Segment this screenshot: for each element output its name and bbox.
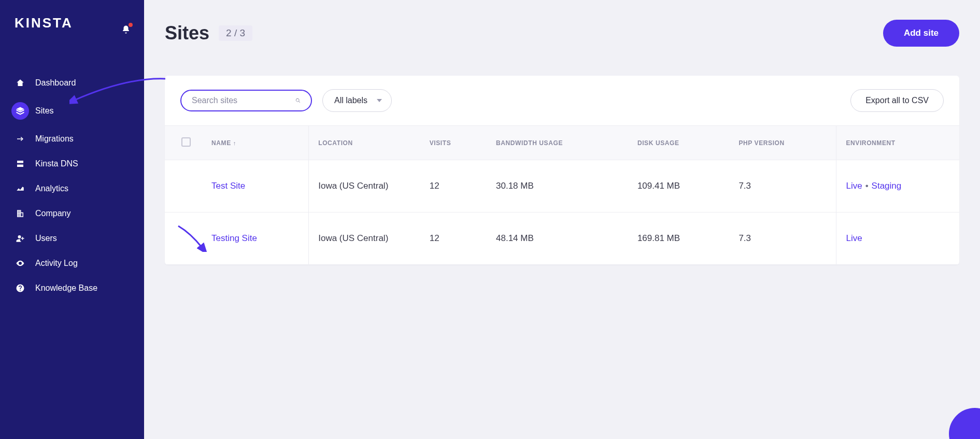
env-link-live[interactable]: Live — [846, 233, 862, 243]
sidebar-item-sites[interactable]: Sites — [7, 95, 137, 126]
table-row: Test Site Iowa (US Central) 12 30.18 MB … — [165, 160, 959, 213]
sidebar-item-label: Knowledge Base — [35, 284, 97, 293]
sidebar-item-activity-log[interactable]: Activity Log — [7, 251, 137, 276]
cell-environment: Live•Staging — [836, 160, 959, 213]
env-link-live[interactable]: Live — [846, 181, 862, 191]
layers-icon — [11, 102, 29, 120]
col-disk[interactable]: DISK USAGE — [628, 126, 730, 160]
cell-bandwidth: 48.14 MB — [487, 213, 628, 265]
sidebar-item-label: Users — [35, 234, 57, 243]
col-name[interactable]: NAME↑ — [202, 126, 309, 160]
labels-filter-value: All labels — [334, 96, 367, 105]
page-title: Sites — [165, 22, 209, 44]
help-icon — [15, 282, 26, 294]
site-name-link[interactable]: Testing Site — [211, 233, 257, 243]
select-all-checkbox[interactable] — [181, 137, 191, 147]
cell-location: Iowa (US Central) — [309, 160, 420, 213]
sidebar-item-dashboard[interactable]: Dashboard — [7, 70, 137, 95]
chart-icon — [15, 183, 26, 194]
labels-filter-select[interactable]: All labels — [322, 89, 392, 112]
dns-icon — [15, 158, 26, 169]
table-row: Testing Site Iowa (US Central) 12 48.14 … — [165, 213, 959, 265]
cell-visits: 12 — [420, 160, 487, 213]
cell-visits: 12 — [420, 213, 487, 265]
eye-icon — [15, 258, 26, 269]
sidebar-item-label: Migrations — [35, 134, 74, 144]
col-php[interactable]: PHP VERSION — [729, 126, 836, 160]
cell-bandwidth: 30.18 MB — [487, 160, 628, 213]
home-icon — [15, 77, 26, 89]
env-link-staging[interactable]: Staging — [872, 181, 902, 191]
cell-disk: 109.41 MB — [628, 160, 730, 213]
main-content: Sites 2 / 3 Add site All labels Export a… — [144, 0, 980, 439]
search-icon — [295, 96, 301, 105]
sidebar-item-company[interactable]: Company — [7, 201, 137, 226]
cell-disk: 169.81 MB — [628, 213, 730, 265]
sidebar-nav: Dashboard Sites Migrations Kinsta DNS — [0, 55, 144, 301]
sites-card: All labels Export all to CSV NAME↑ LOCAT… — [165, 76, 959, 265]
site-name-link[interactable]: Test Site — [211, 181, 245, 191]
col-visits[interactable]: VISITS — [420, 126, 487, 160]
col-bandwidth[interactable]: BANDWIDTH USAGE — [487, 126, 628, 160]
export-csv-button[interactable]: Export all to CSV — [850, 89, 944, 112]
search-sites-wrap[interactable] — [180, 90, 312, 111]
col-environment[interactable]: ENVIRONMENT — [836, 126, 959, 160]
building-icon — [15, 208, 26, 219]
add-site-button[interactable]: Add site — [883, 20, 959, 47]
cell-location: Iowa (US Central) — [309, 213, 420, 265]
sidebar-item-knowledge-base[interactable]: Knowledge Base — [7, 276, 137, 301]
sites-table: NAME↑ LOCATION VISITS BANDWIDTH USAGE DI… — [165, 125, 959, 265]
sidebar: KINSTA Dashboard Sites — [0, 0, 144, 439]
search-sites-input[interactable] — [192, 96, 295, 105]
sidebar-item-label: Dashboard — [35, 78, 76, 88]
sidebar-item-label: Sites — [35, 106, 54, 116]
sidebar-item-label: Analytics — [35, 184, 68, 193]
notifications-bell[interactable] — [121, 25, 131, 36]
user-plus-icon — [15, 233, 26, 244]
col-location[interactable]: LOCATION — [309, 126, 420, 160]
sidebar-item-users[interactable]: Users — [7, 226, 137, 251]
sidebar-item-kinsta-dns[interactable]: Kinsta DNS — [7, 151, 137, 176]
sidebar-item-label: Activity Log — [35, 259, 78, 268]
sidebar-item-label: Company — [35, 209, 70, 218]
migrate-icon — [15, 133, 26, 145]
site-count-badge: 2 / 3 — [219, 25, 252, 41]
cell-environment: Live — [836, 213, 959, 265]
cell-php: 7.3 — [729, 160, 836, 213]
sidebar-item-analytics[interactable]: Analytics — [7, 176, 137, 201]
sort-asc-icon: ↑ — [233, 140, 236, 146]
sidebar-item-migrations[interactable]: Migrations — [7, 126, 137, 151]
notifications-dot — [129, 23, 133, 27]
sidebar-item-label: Kinsta DNS — [35, 159, 78, 168]
cell-php: 7.3 — [729, 213, 836, 265]
brand-logo: KINSTA — [15, 15, 73, 31]
